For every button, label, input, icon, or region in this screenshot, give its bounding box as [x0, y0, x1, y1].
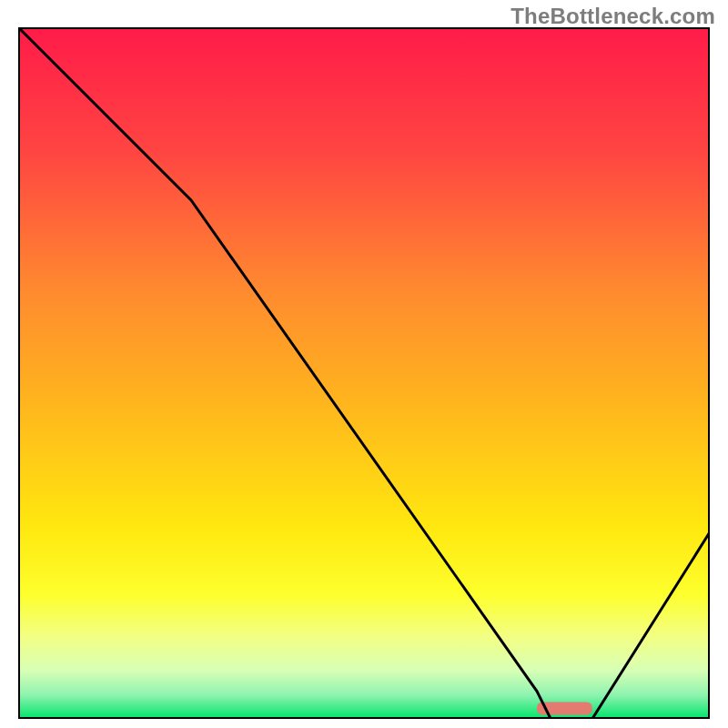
- chart-container: TheBottleneck.com: [0, 0, 728, 728]
- bottleneck-chart: [0, 0, 728, 728]
- plot-area: [18, 27, 710, 719]
